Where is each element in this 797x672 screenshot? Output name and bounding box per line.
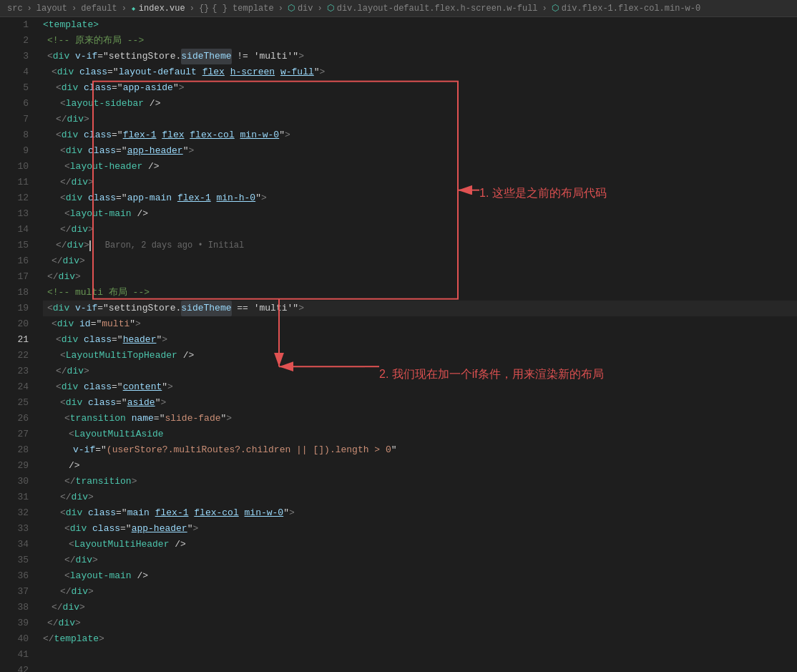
token-text	[189, 505, 195, 521]
indent	[43, 348, 60, 364]
line-number-6: 6	[0, 96, 29, 112]
code-line-27: <div class="content">	[43, 379, 797, 395]
code-line-3: <div v-if="settingStore.sideTheme != 'mu…	[43, 49, 797, 64]
token-bracket: <	[60, 143, 66, 159]
token-bracket: >	[84, 112, 89, 127]
code-line-26: </div>	[43, 364, 797, 379]
token-tag: div	[59, 269, 75, 285]
token-tag: div	[62, 127, 84, 143]
bc-sep-5: ›	[278, 4, 283, 14]
line-number-33: 33	[0, 521, 29, 537]
token-underline: w-full	[280, 64, 314, 80]
indent	[43, 552, 64, 568]
token-op: "	[156, 332, 162, 348]
token-op: ="	[97, 49, 109, 64]
code-line-40: </div>	[43, 584, 797, 600]
bc-file: index.vue	[139, 4, 185, 14]
indent	[43, 364, 56, 379]
code-line-29: <transition name="slide-fade">	[43, 411, 797, 427]
code-line-1: <template>	[43, 17, 797, 33]
token-op: ="	[107, 64, 119, 80]
token-text: == 'multi'	[232, 301, 293, 316]
code-area[interactable]: 1234567891011121314151617181920212223242…	[0, 17, 797, 672]
token-bracket: </	[52, 600, 63, 615]
bc-div3-icon: ⬡	[552, 3, 559, 14]
code-line-24: <div class="header">	[43, 332, 797, 348]
indent	[43, 143, 60, 159]
line-number-2: 2	[0, 33, 29, 49]
line-number-26: 26	[0, 411, 29, 427]
token-op: ="	[112, 80, 123, 96]
bc-vue-icon: ⬥	[131, 4, 136, 14]
line-number-29: 29	[0, 458, 29, 474]
line-number-24: 24	[0, 379, 29, 395]
indent	[43, 206, 64, 222]
indent	[43, 316, 52, 332]
token-bracket: >	[84, 364, 89, 379]
token-op: "	[187, 521, 193, 537]
token-bracket: <	[64, 159, 70, 175]
code-content[interactable]: <template> <!-- 原来的布局 --> <div v-if="set…	[36, 17, 797, 672]
code-line-5: <div class="app-aside">	[43, 80, 797, 96]
token-component: transition	[70, 411, 126, 427]
token-op: ="	[116, 190, 127, 206]
token-op: "	[279, 127, 285, 143]
token-tag: div	[66, 190, 88, 206]
token-bracket: <	[69, 537, 74, 552]
token-text	[197, 64, 202, 80]
token-op: "	[183, 143, 189, 159]
indent	[43, 238, 56, 253]
token-attr: class	[84, 332, 112, 348]
token-string: multi	[102, 316, 129, 332]
line-number-3: 3	[0, 49, 29, 64]
token-text	[275, 64, 280, 80]
token-attr: class	[88, 143, 116, 159]
token-bracket: </	[60, 175, 72, 190]
token-bracket: >	[162, 332, 167, 348]
token-tag: template	[54, 631, 99, 647]
token-class: layout-default	[119, 64, 197, 80]
line-number-14: 14	[0, 222, 29, 238]
token-text: != 'multi'	[232, 49, 293, 64]
line-number-32: 32	[0, 505, 29, 521]
token-bracket: >	[226, 411, 232, 427]
indent	[43, 490, 60, 505]
bc-default: default	[81, 4, 117, 14]
token-bracket: >	[92, 552, 98, 568]
line-number-23: 23	[0, 364, 29, 379]
token-op: "	[173, 80, 179, 96]
token-component: layout-main	[70, 206, 132, 222]
code-line-7: </div>	[43, 112, 797, 127]
token-op: ="	[120, 521, 132, 537]
indent	[43, 474, 64, 490]
token-op: "	[255, 190, 261, 206]
bc-sep-6: ›	[318, 4, 323, 14]
token-bracket: </	[60, 222, 72, 238]
token-bracket: >	[261, 190, 267, 206]
line-number-39: 39	[0, 615, 29, 631]
token-bracket: <	[64, 411, 70, 427]
line-number-9: 9	[0, 143, 29, 159]
indent	[43, 537, 69, 552]
code-line-14: <layout-main />	[43, 206, 797, 222]
token-text	[225, 64, 230, 80]
code-line-32: />	[43, 458, 797, 474]
token-tag: div	[67, 364, 84, 379]
code-line-6: <layout-sidebar />	[43, 96, 797, 112]
token-op: "	[391, 442, 397, 458]
code-line-31: v-if="(userStore?.multiRoutes?.children …	[43, 442, 797, 458]
indent	[43, 379, 56, 395]
token-op: ="	[154, 411, 165, 427]
token-bracket: >	[79, 253, 85, 269]
token-bracket: <	[52, 316, 57, 332]
token-attr: class	[84, 379, 112, 395]
line-number-27: 27	[0, 427, 29, 442]
code-line-10: <div class="app-header">	[43, 143, 797, 159]
line-number-4: 4	[0, 64, 29, 80]
token-component: layout-header	[70, 159, 142, 175]
token-bracket: >	[160, 395, 166, 411]
token-highlight: sideTheme	[181, 301, 231, 316]
token-bracket: <	[60, 96, 66, 112]
breadcrumb: src › layout › default › ⬥ index.vue › {…	[0, 0, 797, 17]
token-bracket: >	[88, 584, 94, 600]
